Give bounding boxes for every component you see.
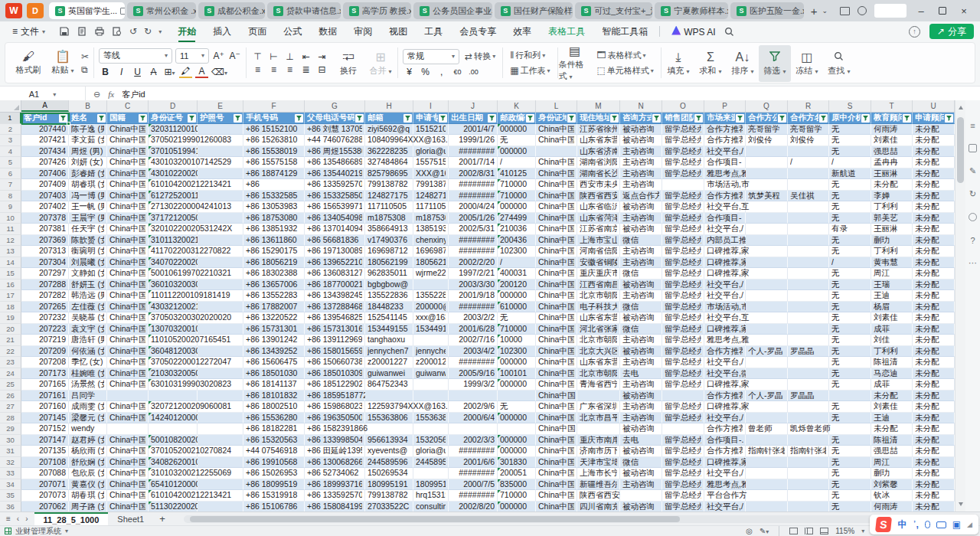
cell-U20[interactable]: 未分配 — [913, 324, 955, 335]
cell-D6[interactable]: 430102200208315525 — [149, 168, 198, 180]
cell-K19[interactable]: 无 — [498, 312, 536, 324]
cell-J22[interactable]: 2003/4/2 — [449, 346, 498, 358]
cell-N6[interactable]: 主动咨询 — [620, 168, 662, 180]
cell-E32[interactable] — [198, 457, 243, 469]
header-cell-P[interactable]: 市场来源 — [704, 113, 746, 124]
row-number-32[interactable]: 32 — [0, 457, 21, 469]
cell-T6[interactable]: 王丽淋 — [871, 168, 913, 180]
cell-P32[interactable]: 口碑推荐,家 — [704, 457, 746, 469]
cell-S22[interactable]: 无 — [829, 346, 871, 358]
cell-I10[interactable]: m1875308 — [413, 213, 449, 224]
cell-L2[interactable]: China中国 — [536, 124, 577, 136]
wps-logo-icon[interactable]: W — [5, 3, 22, 18]
cell-J18[interactable]: ######## — [449, 302, 498, 313]
cell-E27[interactable] — [198, 401, 243, 413]
cell-I9[interactable]: 117110505 — [413, 201, 449, 213]
row-number-35[interactable]: 35 — [0, 490, 21, 502]
cell-L33[interactable]: China中国 — [536, 468, 577, 479]
cell-N29[interactable]: 被动咨询 — [620, 423, 662, 435]
column-header-F[interactable]: F — [243, 100, 305, 112]
row-number-30[interactable]: 30 — [0, 435, 21, 446]
cell-M5[interactable]: 湖南省浏阳 — [577, 157, 620, 168]
cell-U17[interactable]: 未分配 — [913, 290, 955, 302]
filter-dropdown-icon[interactable] — [403, 114, 412, 123]
cell-J33[interactable]: ######## — [449, 468, 498, 479]
qat-caret-icon[interactable]: ▾ — [158, 28, 162, 35]
cell-H8[interactable]: 124827175 — [365, 191, 413, 202]
font-size-select[interactable]: 11▾ — [175, 48, 209, 64]
cell-I7[interactable]: 799138782 — [413, 179, 449, 191]
cell-K5[interactable]: / — [498, 157, 536, 168]
cell-M19[interactable]: 山东省东营 — [577, 312, 620, 324]
cell-C24[interactable]: China中国 — [107, 368, 149, 380]
row-number-6[interactable]: 6 — [0, 168, 21, 180]
cell-K20[interactable]: 710000 — [498, 324, 536, 335]
cell-C10[interactable]: China中国 — [107, 213, 149, 224]
cell-C32[interactable]: China中国 — [107, 457, 149, 469]
cell-M2[interactable]: 江苏省徐州 — [577, 124, 620, 136]
cell-L11[interactable]: China中国 — [536, 224, 577, 235]
cell-F9[interactable]: +86 13053983 — [243, 201, 305, 213]
cell-S25[interactable]: 无 — [829, 379, 871, 391]
cell-B8[interactable]: 冯一博 (男 — [69, 191, 107, 202]
globe-icon[interactable] — [858, 6, 867, 15]
cell-N9[interactable]: 被动咨询 — [620, 201, 662, 213]
menu-item-插入[interactable]: 插入 — [204, 23, 240, 41]
cell-D31[interactable]: 370105200210270824 — [149, 446, 198, 457]
normal-view-icon[interactable] — [789, 528, 798, 534]
cell-Q35[interactable] — [746, 490, 788, 502]
cell-B29[interactable]: wendy — [69, 423, 107, 435]
cell-D7[interactable]: 610104200212213421 — [149, 179, 198, 191]
cell-U19[interactable]: 未分配 — [913, 312, 955, 324]
cell-L4[interactable] — [536, 146, 577, 158]
cell-P12[interactable]: 内部员工推 — [704, 235, 746, 247]
cell-G18[interactable]: +86 1372884680 — [305, 302, 365, 313]
cell-I30[interactable]: 153205639 — [413, 435, 449, 446]
cell-E29[interactable] — [198, 423, 243, 435]
cell-N35[interactable] — [620, 490, 662, 502]
cell-R16[interactable] — [788, 279, 829, 291]
crop-icon[interactable] — [968, 212, 978, 222]
row-number-27[interactable]: 27 — [0, 401, 21, 413]
cell-F5[interactable]: +86 15575158 — [243, 157, 305, 168]
filter-dropdown-icon[interactable] — [355, 114, 364, 123]
cell-H28[interactable]: 155363806 — [365, 413, 413, 424]
menu-item-页面[interactable]: 页面 — [240, 23, 275, 41]
cell-L32[interactable]: China中国 — [536, 457, 577, 469]
cell-U34[interactable]: 未分配 — [913, 479, 955, 491]
cell-I36[interactable]: consultingx — [413, 502, 449, 512]
cell-U8[interactable]: 未分配 — [913, 191, 955, 202]
cell-B7[interactable]: 胡睿琪 (女 — [69, 179, 107, 191]
cell-B3[interactable]: 李文茹 (女 — [69, 135, 107, 146]
cell-I13[interactable]: 169698712 — [413, 246, 449, 257]
cell-T19[interactable]: 刘素佳 — [871, 312, 913, 324]
cell-M32[interactable]: 天津市宝坻 — [577, 457, 620, 469]
cell-H22[interactable]: jennychen7 — [365, 346, 413, 358]
cell-F22[interactable]: +86 13439252 — [243, 346, 305, 358]
cell-C3[interactable]: China中国 — [107, 135, 149, 146]
cell-H26[interactable] — [365, 391, 413, 402]
cell-B2[interactable]: 陈子逸 (男 — [69, 124, 107, 136]
header-cell-Q[interactable]: 合作方公司 — [746, 113, 788, 124]
cell-C34[interactable]: China中国 — [107, 479, 149, 491]
row-number-13[interactable]: 13 — [0, 246, 21, 257]
cell-I2[interactable]: 151521001 — [413, 124, 449, 136]
cell-C29[interactable] — [107, 423, 149, 435]
header-cell-A[interactable]: 客户id — [21, 113, 69, 124]
cell-E10[interactable] — [198, 213, 243, 224]
cell-P9[interactable]: 社交平台,互 — [704, 201, 746, 213]
cell-J34[interactable]: 2000/7/5 — [449, 479, 498, 491]
cell-J20[interactable]: 2001/6/28 — [449, 324, 498, 335]
cell-M36[interactable]: 四川省南充 — [577, 502, 620, 512]
cell-D10[interactable]: 371721200501264452 — [149, 213, 198, 224]
cell-C19[interactable]: China中国 — [107, 312, 149, 324]
cell-E13[interactable] — [198, 246, 243, 257]
cell-A17[interactable]: 207282 — [21, 290, 69, 302]
cell-K2[interactable]: 000000 — [498, 124, 536, 136]
cell-P15[interactable]: 口碑推荐,家 — [704, 268, 746, 279]
cell-G4[interactable]: +86 周煜155380 — [305, 146, 365, 158]
more-icon[interactable]: ⋯ — [968, 258, 978, 268]
column-header-U[interactable]: U — [913, 100, 955, 112]
cell-G27[interactable]: +86 1598680231 — [305, 401, 365, 413]
cell-K36[interactable]: 000000 — [498, 502, 536, 512]
